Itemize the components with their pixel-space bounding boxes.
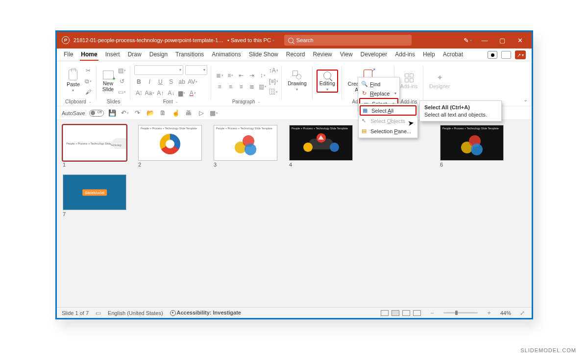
teams-button[interactable] — [501, 51, 511, 59]
find-menu-item[interactable]: 🔍 Find — [358, 79, 399, 89]
camera-button[interactable] — [488, 51, 497, 59]
fit-to-window-button[interactable]: ⤢ — [518, 309, 527, 317]
underline-button[interactable]: U — [156, 77, 165, 86]
slide-sorter-view[interactable]: People + Process + Technology Slide Temp… — [57, 120, 532, 307]
language-status[interactable]: English (United States) — [108, 310, 163, 316]
tab-draw[interactable]: Draw — [127, 49, 143, 61]
grow-font-button[interactable]: A↑ — [156, 89, 165, 97]
format-painter-button[interactable]: 🖌 — [84, 88, 93, 97]
strike-button[interactable]: S — [167, 77, 175, 86]
slide-thumbnail-3[interactable]: People + Process + Technology Slide Temp… — [214, 125, 277, 168]
indent-left-button[interactable]: ⇤ — [237, 71, 245, 80]
tab-file[interactable]: File — [63, 49, 74, 61]
tab-acrobat[interactable]: Acrobat — [442, 49, 464, 61]
slide-7[interactable]: SlideModel — [63, 174, 126, 210]
font-color-button[interactable]: A▾ — [188, 89, 197, 97]
drawing-button[interactable]: Drawing ▾ — [286, 70, 309, 93]
tab-animations[interactable]: Animations — [211, 49, 242, 61]
numbering-button[interactable]: ≡▾ — [226, 71, 235, 80]
section-button[interactable]: ▭▾ — [118, 88, 126, 97]
tab-design[interactable]: Design — [148, 49, 169, 61]
bullets-button[interactable]: ≣▾ — [215, 71, 224, 80]
indent-right-button[interactable]: ⇥ — [247, 71, 256, 80]
zoom-out-button[interactable]: − — [428, 309, 437, 317]
slide-1[interactable]: People + Process + Technology Slide Temp… — [63, 125, 126, 161]
tab-developer[interactable]: Developer — [360, 49, 389, 61]
share-button[interactable]: ↗▾ — [515, 50, 526, 59]
char-spacing-button[interactable]: AV▾ — [188, 77, 197, 86]
slide-3[interactable]: People + Process + Technology Slide Temp… — [214, 125, 277, 161]
from-beginning-button[interactable]: ▷ — [197, 109, 206, 118]
search-box[interactable]: Search — [284, 35, 412, 46]
shrink-font-button[interactable]: A↓ — [167, 89, 175, 97]
tab-home[interactable]: Home — [80, 49, 98, 61]
coming-soon-button[interactable]: ✎ ▾ — [460, 37, 476, 44]
tab-addins[interactable]: Add-ins — [394, 49, 416, 61]
slide-6[interactable]: People + Process + Technology Slide Temp… — [440, 125, 504, 161]
reading-view-button[interactable] — [402, 310, 410, 316]
open-button[interactable]: 📂 — [146, 109, 155, 118]
align-center-button[interactable]: ≡ — [226, 82, 235, 91]
slide-thumbnail-2[interactable]: People + Process + Technology Slide Temp… — [138, 125, 202, 168]
saved-status[interactable]: • Saved to this PC — [227, 37, 271, 43]
touch-button[interactable]: ☝ — [172, 109, 180, 118]
font-name-selector[interactable]: ▾ — [134, 65, 183, 75]
justify-button[interactable]: ≣ — [247, 82, 256, 91]
save-button[interactable]: 💾 — [108, 109, 117, 118]
slide-thumbnail-1[interactable]: People + Process + Technology Slide Temp… — [63, 125, 126, 168]
reset-button[interactable]: ↺ — [118, 77, 126, 86]
maximize-button[interactable]: ▢ — [493, 32, 511, 49]
slide-counter[interactable]: Slide 1 of 7 — [62, 310, 89, 316]
replace-menu-item[interactable]: ↻ Replace ▾ — [358, 89, 399, 98]
tab-help[interactable]: Help — [422, 49, 436, 61]
align-right-button[interactable]: ≡ — [237, 82, 245, 91]
smartart-button[interactable]: ⿲▾ — [269, 88, 278, 97]
slide-thumbnail-7[interactable]: SlideModel 7 — [63, 174, 126, 217]
minimize-button[interactable]: — — [476, 32, 493, 49]
copy-button[interactable]: ⧉▾ — [84, 77, 93, 86]
zoom-in-button[interactable]: + — [485, 309, 493, 317]
redo-button[interactable]: ↷ — [133, 109, 142, 118]
new-button[interactable]: 🗎 — [159, 109, 168, 118]
slide-4[interactable]: People + Process + Technology Slide Temp… — [289, 125, 353, 161]
autosave-toggle[interactable]: Off — [89, 110, 104, 117]
font-size-selector[interactable]: ▾ — [185, 65, 207, 75]
shadow-button[interactable]: ab — [177, 77, 186, 86]
cut-button[interactable]: ✂ — [84, 66, 93, 75]
collapse-ribbon-button[interactable]: ⌄ — [523, 97, 528, 103]
clear-format-button[interactable]: A⃠ — [134, 89, 143, 97]
align-text-button[interactable]: [≡]▾ — [269, 77, 278, 86]
tab-transitions[interactable]: Transitions — [174, 49, 205, 61]
text-direction-button[interactable]: ↕A▾ — [269, 66, 278, 75]
zoom-slider[interactable] — [443, 312, 478, 314]
tab-view[interactable]: View — [339, 49, 354, 61]
slide-thumbnail-6[interactable]: People + Process + Technology Slide Temp… — [440, 125, 504, 168]
accessibility-status[interactable]: Accessibility: Investigate — [170, 310, 241, 316]
addins-button[interactable]: Add-ins — [398, 73, 420, 90]
new-slide-button[interactable]: New Slide — [100, 70, 116, 93]
select-all-menu-item[interactable]: ▦ Select All — [360, 105, 416, 116]
qat-more-button[interactable]: ▦▾ — [210, 109, 219, 118]
tab-review[interactable]: Review — [312, 49, 333, 61]
saved-status-dropdown-icon[interactable]: ▾ — [272, 38, 274, 43]
close-button[interactable]: ✕ — [511, 32, 529, 49]
tab-insert[interactable]: Insert — [104, 49, 121, 61]
zoom-level[interactable]: 44% — [500, 310, 511, 316]
align-left-button[interactable]: ≡ — [215, 82, 224, 91]
slide-2[interactable]: People + Process + Technology Slide Temp… — [138, 125, 202, 161]
designer-button[interactable]: ✦ Designer — [427, 72, 452, 90]
tab-slideshow[interactable]: Slide Show — [248, 49, 279, 61]
normal-view-button[interactable] — [381, 310, 389, 316]
document-filename[interactable]: 21812-01-people-process-technology-power… — [74, 37, 225, 43]
bold-button[interactable]: B — [134, 77, 143, 86]
editing-button[interactable]: Editing ▾ — [317, 70, 338, 93]
highlight-button[interactable]: ▆▾ — [177, 89, 186, 97]
line-spacing-button[interactable]: ↕▾ — [258, 71, 267, 80]
slideshow-view-button[interactable] — [413, 310, 421, 316]
sorter-view-button[interactable] — [392, 310, 399, 316]
italic-button[interactable]: I — [145, 77, 154, 86]
paste-button[interactable]: Paste ▾ — [65, 69, 82, 94]
print-button[interactable]: 🖶 — [184, 109, 193, 118]
layout-button[interactable]: ▤▾ — [118, 66, 126, 75]
columns-button[interactable]: ▥▾ — [258, 82, 267, 91]
